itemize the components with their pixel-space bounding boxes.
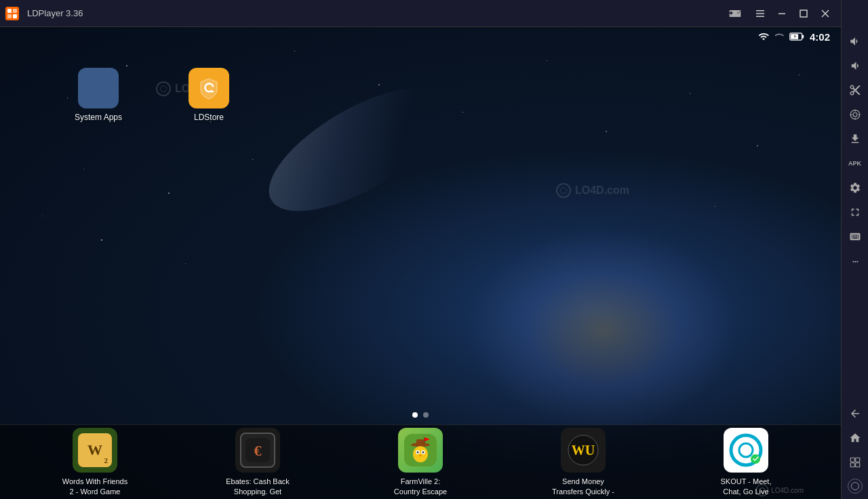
menu-button[interactable] [750, 4, 770, 23]
taskbar: W2 Words With Friends 2 - Word Game € Eb… [0, 424, 841, 499]
scissors-button[interactable] [844, 79, 866, 101]
statusbar: 4:02 [0, 27, 841, 46]
titlebar-controls [750, 4, 835, 23]
back-button[interactable] [844, 403, 866, 424]
volume-down-button[interactable] [844, 55, 866, 77]
volume-up-button[interactable] [844, 31, 866, 52]
sidebar: APK ··· [841, 0, 868, 499]
system-apps-icon[interactable]: System Apps [68, 68, 129, 123]
home-button[interactable] [844, 427, 866, 449]
minimize-button[interactable] [772, 4, 792, 23]
svg-rect-20 [855, 463, 859, 467]
svg-rect-19 [850, 463, 854, 467]
gamepad-icon [728, 7, 742, 20]
system-apps-label: System Apps [75, 113, 122, 123]
farmville-label: FarmVille 2: Country Escape [387, 477, 454, 496]
more-button[interactable]: ··· [844, 250, 866, 272]
ldstore-icon[interactable]: LDStore [178, 68, 239, 123]
pagination [412, 412, 429, 418]
pagination-dot-0[interactable] [412, 412, 418, 418]
svg-rect-2 [7, 14, 12, 18]
battery-icon [789, 32, 804, 41]
pagination-dot-1[interactable] [423, 412, 429, 418]
svg-rect-0 [7, 9, 12, 13]
svg-rect-4 [756, 10, 764, 12]
wu-label: Send Money Transfers Quickly - [549, 477, 617, 496]
wifi-icon [758, 31, 769, 42]
svg-rect-17 [850, 458, 854, 462]
system-apps-img [78, 68, 119, 108]
svg-rect-22 [802, 35, 804, 38]
svg-rect-1 [13, 9, 17, 13]
lo4d-bottom-watermark: LO4D.com [756, 484, 804, 496]
watermark-center: LO4D.com [556, 183, 629, 198]
svg-text:€: € [254, 442, 262, 459]
import-button[interactable] [844, 128, 866, 150]
titlebar: LDPlayer 3.36 [0, 0, 841, 27]
ebates-label: Ebates: Cash Back Shopping. Get [224, 477, 292, 496]
maximize-button[interactable] [793, 4, 814, 23]
dock-item-wu[interactable]: WU Send Money Transfers Quickly - [549, 428, 617, 496]
svg-rect-7 [778, 13, 785, 14]
dock-item-farmville[interactable]: FarmVille 2: Country Escape [387, 428, 454, 496]
svg-rect-3 [13, 14, 17, 18]
ebates-icon: € [235, 428, 280, 473]
svg-point-12 [853, 113, 857, 117]
target-button[interactable] [844, 104, 866, 125]
svg-rect-6 [756, 16, 764, 17]
lo4d-logo-sidebar [848, 479, 863, 494]
android-screen: LO4D.com LO4D.com 4:02 System [0, 27, 841, 499]
expand-button[interactable] [844, 201, 866, 223]
svg-point-33 [417, 452, 419, 454]
ldstore-label: LDStore [194, 113, 224, 123]
recent-apps-button[interactable] [844, 452, 866, 473]
farmville-icon [398, 428, 443, 473]
ldstore-img [189, 68, 229, 108]
svg-rect-18 [855, 458, 859, 462]
keyboard-button[interactable] [844, 226, 866, 247]
svg-text:WU: WU [572, 443, 595, 458]
apk-button[interactable]: APK [844, 153, 866, 174]
dock-item-ebates[interactable]: € Ebates: Cash Back Shopping. Get [224, 428, 292, 496]
status-time: 4:02 [810, 31, 830, 43]
svg-point-34 [422, 452, 425, 454]
wwf-label: Words With Friends 2 - Word Game [61, 477, 129, 496]
settings-button[interactable] [844, 177, 866, 199]
titlebar-app-icon [5, 7, 19, 20]
wu-icon: WU [561, 428, 606, 473]
titlebar-title: LDPlayer 3.36 [27, 8, 728, 18]
svg-rect-5 [756, 13, 764, 14]
wwf-icon: W2 [73, 428, 117, 473]
skout-icon [724, 428, 768, 473]
svg-rect-8 [800, 10, 807, 17]
svg-rect-29 [416, 439, 425, 445]
dock-item-wwf[interactable]: W2 Words With Friends 2 - Word Game [61, 428, 129, 496]
close-button[interactable] [815, 4, 835, 23]
signal-icon [774, 32, 784, 41]
